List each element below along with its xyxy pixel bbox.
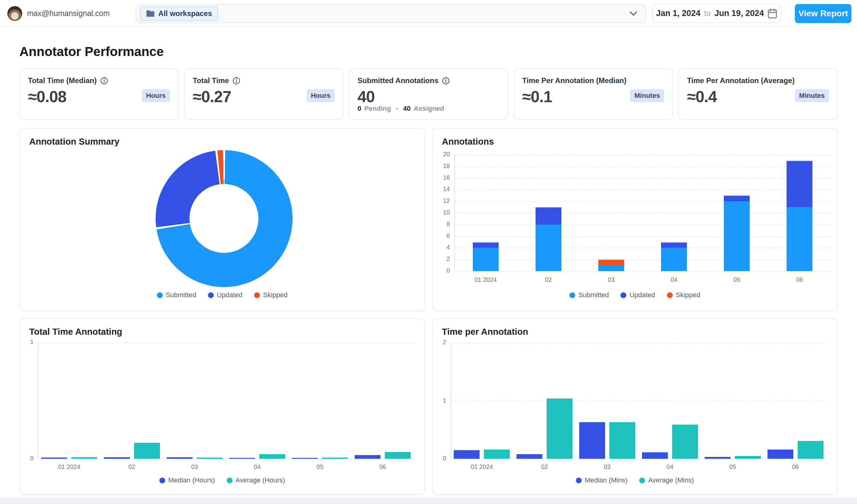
legend-item-skipped[interactable]: Skipped <box>254 291 288 299</box>
bar-average-mins- <box>672 425 698 459</box>
x-tick-label: 03 <box>163 464 226 470</box>
y-tick-label: 4 <box>433 244 450 251</box>
legend-item-median-hours-[interactable]: Median (Hours) <box>159 476 215 484</box>
card-total-time: Total Time ≈0.27 Hours <box>184 68 343 120</box>
y-tick-label: 0 <box>20 455 34 462</box>
chevron-down-icon <box>629 11 637 16</box>
y-axis-line <box>38 342 38 459</box>
info-icon[interactable] <box>100 77 108 85</box>
card-label: Time Per Annotation (Average) <box>687 76 794 85</box>
workspace-chip[interactable]: All workspaces <box>140 6 218 21</box>
panel-title: Time per Annotation <box>442 327 528 337</box>
separator-dot: • <box>394 105 400 112</box>
user-avatar[interactable] <box>7 6 22 21</box>
bar-segment-submitted <box>536 224 561 271</box>
y-tick-label: 14 <box>433 186 450 192</box>
bar-median-mins- <box>454 450 480 459</box>
workspace-select[interactable]: All workspaces <box>136 4 646 23</box>
x-tick-label: 02 <box>517 276 580 283</box>
bar-segment-updated <box>787 161 812 207</box>
legend-item-average-mins-[interactable]: Average (Mins) <box>639 476 694 484</box>
bar-segment-submitted <box>661 248 687 271</box>
bar-median-mins- <box>768 450 793 459</box>
x-tick-label: 01 2024 <box>451 464 514 470</box>
page-title: Annotator Performance <box>19 44 838 59</box>
x-tick-label: 06 <box>768 276 831 283</box>
legend-item-submitted[interactable]: Submitted <box>157 291 196 299</box>
main-content: Annotator Performance Total Time (Median… <box>0 27 857 495</box>
y-tick-label: 20 <box>433 151 450 158</box>
panel-title: Annotations <box>442 137 494 147</box>
y-tick-label: 10 <box>433 209 450 216</box>
gridline <box>454 155 831 155</box>
bar-average-hours- <box>385 452 411 459</box>
legend-dot <box>159 477 165 483</box>
y-tick-label: 2 <box>433 339 446 346</box>
legend-dot <box>667 292 673 298</box>
card-footer: 0 Pending • 40 Assigned <box>357 105 444 113</box>
gridline <box>454 166 831 167</box>
annotation-summary-panel: Annotation Summary SubmittedUpdatedSkipp… <box>19 128 425 311</box>
legend-item-updated[interactable]: Updated <box>208 291 242 299</box>
y-tick-label: 16 <box>433 174 450 181</box>
workspace-chip-label: All workspaces <box>158 9 212 18</box>
info-icon[interactable] <box>442 77 450 85</box>
gridline <box>454 178 831 179</box>
bar-median-mins- <box>642 452 668 459</box>
gridline <box>454 271 831 272</box>
bar-median-hours- <box>104 457 130 459</box>
bar-average-hours- <box>259 454 285 459</box>
bar-median-mins- <box>705 457 730 459</box>
x-tick-label: 03 <box>576 464 639 470</box>
legend-item-submitted[interactable]: Submitted <box>569 291 609 299</box>
x-tick-label: 06 <box>764 464 827 470</box>
bar-median-hours- <box>292 458 318 459</box>
legend-item-average-hours-[interactable]: Average (Hours) <box>227 476 285 484</box>
legend-item-updated[interactable]: Updated <box>620 291 655 299</box>
x-tick-label: 04 <box>226 464 289 470</box>
gridline <box>454 248 831 248</box>
bar-average-hours- <box>197 457 223 459</box>
legend-label: Updated <box>629 291 655 299</box>
bar-average-hours- <box>134 443 160 459</box>
gridline <box>451 401 827 402</box>
panel-title: Annotation Summary <box>29 137 119 147</box>
y-tick-label: 1 <box>20 338 34 346</box>
chart-legend: Median (Hours)Average (Hours) <box>20 476 424 484</box>
unit-badge: Hours <box>142 89 170 102</box>
bar-segment-submitted <box>598 265 624 271</box>
x-tick-label: 05 <box>701 464 764 470</box>
x-tick-label: 04 <box>639 464 701 470</box>
assigned-count: 40 <box>403 105 410 113</box>
info-icon[interactable] <box>233 77 240 85</box>
folder-icon <box>146 10 155 17</box>
gridline <box>451 343 827 343</box>
legend-label: Submitted <box>166 291 196 299</box>
y-axis-line <box>454 155 455 271</box>
unit-badge: Minutes <box>630 89 664 102</box>
x-tick-label: 01 2024 <box>454 276 517 283</box>
view-report-button[interactable]: View Report <box>795 4 852 23</box>
card-value: 40 <box>357 87 500 106</box>
bar-average-hours- <box>71 457 97 459</box>
date-from: Jan 1, 2024 <box>656 9 701 18</box>
gridline <box>454 201 831 202</box>
x-tick-label: 05 <box>288 464 351 470</box>
bar-median-hours- <box>167 457 192 459</box>
legend-item-skipped[interactable]: Skipped <box>667 291 701 299</box>
date-range-field[interactable]: Jan 1, 2024 to Jun 19, 2024 <box>652 4 781 23</box>
chart-legend: SubmittedUpdatedSkipped <box>20 291 424 299</box>
pending-count: 0 <box>357 105 361 113</box>
y-tick-label: 1 <box>433 397 446 404</box>
x-tick-label: 05 <box>705 276 768 283</box>
legend-label: Median (Hours) <box>168 476 215 484</box>
bar-median-hours- <box>229 458 255 459</box>
card-label: Total Time (Median) <box>28 76 97 85</box>
bar-median-hours- <box>355 455 381 459</box>
legend-label: Skipped <box>263 291 288 299</box>
y-tick-label: 0 <box>433 267 450 274</box>
card-time-per-annotation-average: Time Per Annotation (Average) ≈0.4 Minut… <box>678 68 838 120</box>
legend-item-median-mins-[interactable]: Median (Mins) <box>576 476 627 484</box>
page-bottom-strip <box>0 498 857 504</box>
bar-average-mins- <box>484 450 510 459</box>
